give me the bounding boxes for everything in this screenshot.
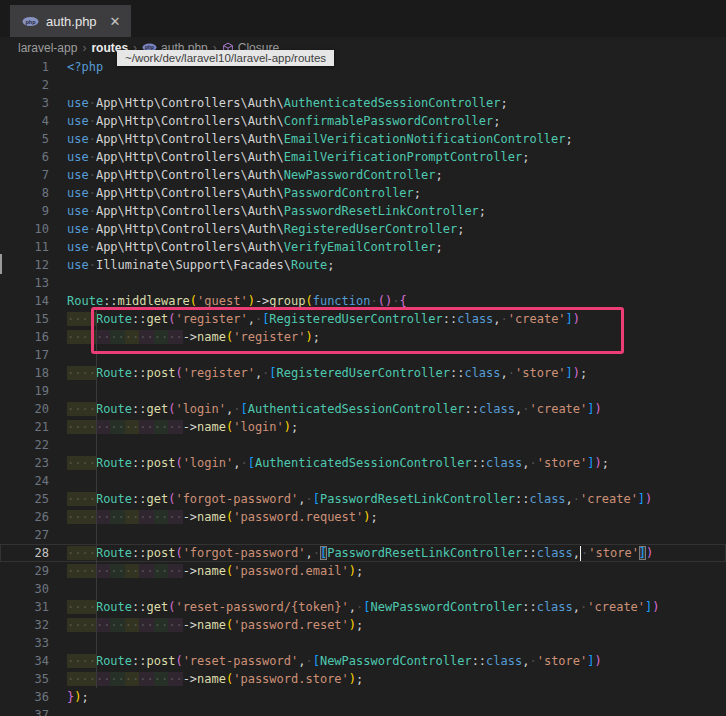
line-number: 9 bbox=[0, 202, 67, 220]
code-text: ················->name('password.store')… bbox=[67, 672, 363, 686]
code-line-18[interactable]: 18····Route::post('register',·[Registere… bbox=[0, 364, 726, 382]
code-line-1[interactable]: 1<?php bbox=[0, 58, 726, 76]
code-line-34[interactable]: 34····Route::post('reset-password',·[New… bbox=[0, 652, 726, 670]
line-number: 21 bbox=[0, 418, 67, 436]
vscode-window: { "tab": { "label": "auth.php", "close_g… bbox=[0, 0, 726, 716]
tab-bar: php auth.php ✕ bbox=[0, 0, 726, 37]
line-number: 24 bbox=[0, 472, 67, 490]
line-number: 1 bbox=[0, 58, 67, 76]
breadcrumb-item-laravel-app[interactable]: laravel-app bbox=[18, 41, 77, 55]
line-number: 26 bbox=[0, 508, 67, 526]
code-line-10[interactable]: 10use·App\Http\Controllers\Auth\Register… bbox=[0, 220, 726, 238]
code-line-35[interactable]: 35················->name('password.store… bbox=[0, 670, 726, 688]
code-text: use·App\Http\Controllers\Auth\NewPasswor… bbox=[67, 168, 443, 182]
line-number: 14 bbox=[0, 292, 67, 310]
line-number: 31 bbox=[0, 598, 67, 616]
line-number: 30 bbox=[0, 580, 67, 598]
line-number: 6 bbox=[0, 148, 67, 166]
line-number: 15 bbox=[0, 310, 67, 328]
code-text: use·App\Http\Controllers\Auth\VerifyEmai… bbox=[67, 240, 443, 254]
code-line-22[interactable]: 22 bbox=[0, 436, 726, 454]
code-editor[interactable]: 1<?php23use·App\Http\Controllers\Auth\Au… bbox=[0, 58, 726, 716]
code-line-32[interactable]: 32················->name('password.reset… bbox=[0, 616, 726, 634]
code-text: use·App\Http\Controllers\Auth\EmailVerif… bbox=[67, 132, 573, 146]
code-text: ················->name('password.request… bbox=[67, 510, 378, 524]
line-number: 28 bbox=[0, 544, 67, 562]
code-line-25[interactable]: 25····Route::get('forgot-password',·[Pas… bbox=[0, 490, 726, 508]
breadcrumb: laravel-app › routes › php auth.php › Cl… bbox=[0, 37, 726, 58]
code-text: ················->name('login'); bbox=[67, 420, 298, 434]
code-text: ····Route::post('reset-password',·[NewPa… bbox=[67, 654, 602, 668]
code-line-5[interactable]: 5use·App\Http\Controllers\Auth\EmailVeri… bbox=[0, 130, 726, 148]
indent-guide bbox=[96, 310, 97, 688]
line-number: 23 bbox=[0, 454, 67, 472]
line-number: 19 bbox=[0, 382, 67, 400]
code-line-15[interactable]: 15····Route::get('register',·[Registered… bbox=[0, 310, 726, 328]
line-number: 5 bbox=[0, 130, 67, 148]
code-text: ····Route::get('forgot-password',·[Passw… bbox=[67, 492, 652, 506]
line-number: 20 bbox=[0, 400, 67, 418]
code-line-16[interactable]: 16················->name('register'); bbox=[0, 328, 726, 346]
code-lines: 1<?php23use·App\Http\Controllers\Auth\Au… bbox=[0, 58, 726, 716]
code-text: }); bbox=[67, 690, 89, 704]
line-number: 36 bbox=[0, 688, 67, 706]
code-line-19[interactable]: 19 bbox=[0, 382, 726, 400]
code-line-20[interactable]: 20····Route::get('login',·[Authenticated… bbox=[0, 400, 726, 418]
line-number: 18 bbox=[0, 364, 67, 382]
code-line-14[interactable]: 14Route::middleware('guest')->group(func… bbox=[0, 292, 726, 310]
code-line-30[interactable]: 30 bbox=[0, 580, 726, 598]
line-number: 32 bbox=[0, 616, 67, 634]
tab-auth-php[interactable]: php auth.php ✕ bbox=[10, 5, 131, 37]
code-text: use·App\Http\Controllers\Auth\PasswordCo… bbox=[67, 186, 421, 200]
code-line-13[interactable]: 13 bbox=[0, 274, 726, 292]
code-text: ····Route::get('login',·[AuthenticatedSe… bbox=[67, 402, 602, 416]
code-text: ····Route::post('forgot-password',·[Pass… bbox=[67, 546, 653, 560]
code-line-27[interactable]: 27 bbox=[0, 526, 726, 544]
code-text: use·App\Http\Controllers\Auth\PasswordRe… bbox=[67, 204, 486, 218]
code-line-24[interactable]: 24 bbox=[0, 472, 726, 490]
code-line-37[interactable]: 37 bbox=[0, 706, 726, 716]
code-line-26[interactable]: 26················->name('password.reque… bbox=[0, 508, 726, 526]
code-line-6[interactable]: 6use·App\Http\Controllers\Auth\EmailVeri… bbox=[0, 148, 726, 166]
code-line-4[interactable]: 4use·App\Http\Controllers\Auth\Confirmab… bbox=[0, 112, 726, 130]
code-line-33[interactable]: 33 bbox=[0, 634, 726, 652]
code-line-12[interactable]: 12use·Illuminate\Support\Facades\Route; bbox=[0, 256, 726, 274]
line-number: 13 bbox=[0, 274, 67, 292]
code-text: use·App\Http\Controllers\Auth\EmailVerif… bbox=[67, 150, 529, 164]
code-line-7[interactable]: 7use·App\Http\Controllers\Auth\NewPasswo… bbox=[0, 166, 726, 184]
line-number: 33 bbox=[0, 634, 67, 652]
line-number: 29 bbox=[0, 562, 67, 580]
code-line-28[interactable]: 28····Route::post('forgot-password',·[Pa… bbox=[0, 544, 726, 562]
tab-label: auth.php bbox=[46, 14, 97, 29]
code-line-29[interactable]: 29················->name('password.email… bbox=[0, 562, 726, 580]
breadcrumb-path-tooltip: ~/work/dev/laravel10/laravel-app/routes bbox=[117, 50, 334, 66]
code-line-17[interactable]: 17 bbox=[0, 346, 726, 364]
line-number: 25 bbox=[0, 490, 67, 508]
close-icon[interactable]: ✕ bbox=[110, 14, 121, 29]
left-edge-marker bbox=[0, 254, 2, 274]
code-text: ················->name('register'); bbox=[67, 330, 320, 344]
code-line-9[interactable]: 9use·App\Http\Controllers\Auth\PasswordR… bbox=[0, 202, 726, 220]
svg-text:php: php bbox=[25, 18, 36, 24]
code-line-11[interactable]: 11use·App\Http\Controllers\Auth\VerifyEm… bbox=[0, 238, 726, 256]
code-line-36[interactable]: 36}); bbox=[0, 688, 726, 706]
code-line-23[interactable]: 23····Route::post('login',·[Authenticate… bbox=[0, 454, 726, 472]
line-number: 7 bbox=[0, 166, 67, 184]
code-text: ················->name('password.email')… bbox=[67, 564, 363, 578]
code-line-8[interactable]: 8use·App\Http\Controllers\Auth\PasswordC… bbox=[0, 184, 726, 202]
line-number: 11 bbox=[0, 238, 67, 256]
line-number: 2 bbox=[0, 76, 67, 94]
line-number: 27 bbox=[0, 526, 67, 544]
code-text: <?php bbox=[67, 60, 103, 74]
code-text: ····Route::post('login',·[AuthenticatedS… bbox=[67, 456, 609, 470]
code-line-3[interactable]: 3use·App\Http\Controllers\Auth\Authentic… bbox=[0, 94, 726, 112]
line-number: 3 bbox=[0, 94, 67, 112]
code-text: use·App\Http\Controllers\Auth\Authentica… bbox=[67, 96, 508, 110]
line-number: 22 bbox=[0, 436, 67, 454]
code-line-2[interactable]: 2 bbox=[0, 76, 726, 94]
line-number: 8 bbox=[0, 184, 67, 202]
line-number: 37 bbox=[0, 706, 67, 716]
code-line-31[interactable]: 31····Route::get('reset-password/{token}… bbox=[0, 598, 726, 616]
code-line-21[interactable]: 21················->name('login'); bbox=[0, 418, 726, 436]
code-text: ················->name('password.reset')… bbox=[67, 618, 363, 632]
